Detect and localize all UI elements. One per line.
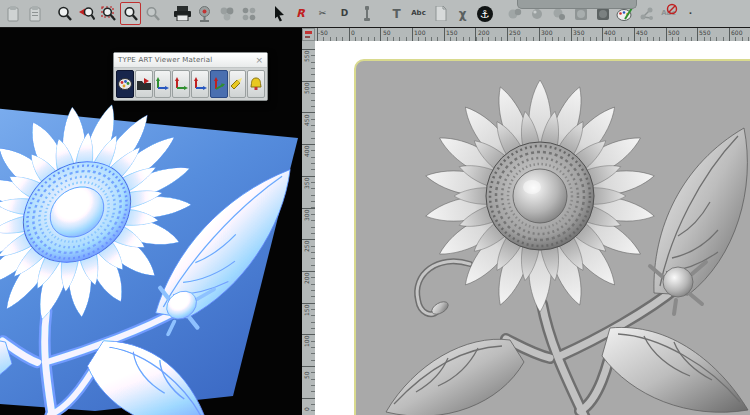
close-icon[interactable]: × xyxy=(255,56,263,65)
main-toolbar: R ✂ D T Abc χ ⚓ xyxy=(0,0,750,28)
lamp-icon[interactable] xyxy=(247,70,265,98)
view-xz-icon[interactable] xyxy=(191,70,209,98)
open-file-icon[interactable] xyxy=(135,70,153,98)
material-palette-icon[interactable] xyxy=(116,70,134,98)
anchor-icon[interactable]: ⚓ xyxy=(474,2,495,25)
zoom-in-icon[interactable] xyxy=(54,2,75,25)
horizontal-ruler[interactable]: -50 0 50 100 150 200 250 300 350 400 450… xyxy=(315,28,750,42)
view-yz-icon[interactable] xyxy=(172,70,190,98)
material-window-toolbar xyxy=(114,68,267,100)
toolbar-tooltip xyxy=(517,0,637,9)
print-icon[interactable] xyxy=(172,2,193,25)
flashlight-icon[interactable] xyxy=(229,70,247,98)
paste-icon[interactable] xyxy=(2,2,23,25)
vertical-ruler[interactable]: 550 500 450 400 350 300 250 200 150 100 … xyxy=(302,41,316,415)
design-canvas[interactable] xyxy=(315,41,750,415)
shade-mode-1-icon[interactable] xyxy=(216,2,237,25)
material-window-title: TYPE ART Viewer Material xyxy=(118,56,255,64)
page-icon[interactable] xyxy=(430,2,451,25)
material-window-titlebar[interactable]: TYPE ART Viewer Material × xyxy=(114,53,267,68)
shade-mode-2-icon[interactable] xyxy=(238,2,259,25)
molecule-icon[interactable] xyxy=(636,2,657,25)
material-viewer-window: TYPE ART Viewer Material × xyxy=(113,52,268,101)
dimension-icon[interactable]: D xyxy=(334,2,355,25)
relief-sheet xyxy=(354,59,750,415)
scissors-icon[interactable]: ✂ xyxy=(312,2,333,25)
chain-link-icon[interactable]: χ xyxy=(452,2,473,25)
view-xy-icon[interactable] xyxy=(154,70,172,98)
flower-2d xyxy=(386,80,748,415)
view-3d-icon[interactable] xyxy=(210,70,228,98)
ruler-origin-button[interactable] xyxy=(302,28,315,41)
zoom-selection-icon[interactable] xyxy=(120,2,141,25)
svg-text:⚓: ⚓ xyxy=(480,8,490,21)
relief-grayscale-view xyxy=(356,61,750,415)
text-pillar-icon[interactable]: T xyxy=(386,2,407,25)
seal-icon[interactable] xyxy=(356,2,377,25)
measure-icon[interactable]: R xyxy=(290,2,311,25)
capture-icon[interactable] xyxy=(194,2,215,25)
select-cursor-icon[interactable] xyxy=(268,2,289,25)
spellcheck-off-icon[interactable]: Abc xyxy=(658,2,679,25)
zoom-window-icon[interactable] xyxy=(98,2,119,25)
zoom-previous-icon[interactable] xyxy=(76,2,97,25)
application-window: R ✂ D T Abc χ ⚓ xyxy=(0,0,750,415)
more-icon[interactable]: · xyxy=(680,2,701,25)
zoom-all-icon[interactable] xyxy=(142,2,163,25)
abc-icon[interactable]: Abc xyxy=(408,2,429,25)
clipboard-icon[interactable] xyxy=(24,2,45,25)
